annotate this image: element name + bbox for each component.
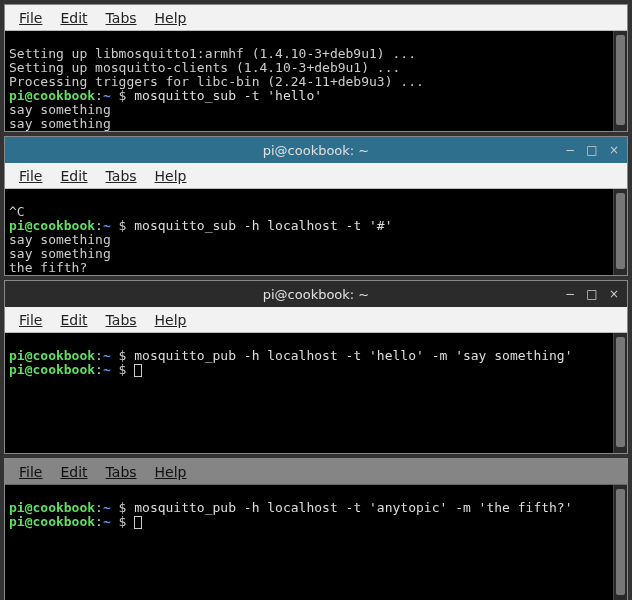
close-button[interactable]: × xyxy=(607,287,621,301)
menubar: File Edit Tabs Help xyxy=(5,5,627,31)
terminal-output[interactable]: Setting up libmosquitto1:armhf (1.4.10-3… xyxy=(5,31,613,131)
prompt-userhost: pi@cookbook xyxy=(9,218,95,233)
output-line: ^C xyxy=(9,204,25,219)
terminal-window-1: File Edit Tabs Help Setting up libmosqui… xyxy=(4,4,628,132)
terminal-output[interactable]: pi@cookbook:~ $ mosquitto_pub -h localho… xyxy=(5,333,613,453)
cursor xyxy=(134,364,142,377)
menu-file[interactable]: File xyxy=(11,8,50,28)
prompt-path: ~ xyxy=(103,218,111,233)
prompt-path: ~ xyxy=(103,500,111,515)
maximize-button[interactable]: □ xyxy=(585,287,599,301)
terminal-window-3: pi@cookbook: ~ − □ × File Edit Tabs Help… xyxy=(4,280,628,454)
output-line: say something xyxy=(9,102,111,117)
menu-tabs[interactable]: Tabs xyxy=(98,462,145,482)
menu-file[interactable]: File xyxy=(11,462,50,482)
maximize-button[interactable]: □ xyxy=(585,143,599,157)
output-line: say something xyxy=(9,246,111,261)
output-line: say something xyxy=(9,116,111,131)
window-title: pi@cookbook: ~ xyxy=(263,143,370,158)
prompt-path: ~ xyxy=(103,362,111,377)
output-line: the fifth? xyxy=(9,260,87,275)
scrollbar[interactable] xyxy=(613,485,627,600)
output-line: Setting up mosquitto-clients (1.4.10-3+d… xyxy=(9,60,400,75)
menu-tabs[interactable]: Tabs xyxy=(98,8,145,28)
window-title: pi@cookbook: ~ xyxy=(263,287,370,302)
scrollbar[interactable] xyxy=(613,189,627,275)
cursor xyxy=(134,516,142,529)
menu-edit[interactable]: Edit xyxy=(52,8,95,28)
menu-help[interactable]: Help xyxy=(147,462,195,482)
command: mosquitto_pub -h localhost -t 'anytopic'… xyxy=(134,500,572,515)
prompt-path: ~ xyxy=(103,514,111,529)
menubar: File Edit Tabs Help xyxy=(5,459,627,485)
menu-tabs[interactable]: Tabs xyxy=(98,310,145,330)
output-line: Processing triggers for libc-bin (2.24-1… xyxy=(9,74,424,89)
terminal-output[interactable]: ^C pi@cookbook:~ $ mosquitto_sub -h loca… xyxy=(5,189,613,275)
minimize-button[interactable]: − xyxy=(563,287,577,301)
prompt-userhost: pi@cookbook xyxy=(9,88,95,103)
terminal-output[interactable]: pi@cookbook:~ $ mosquitto_pub -h localho… xyxy=(5,485,613,600)
terminal-window-4: File Edit Tabs Help pi@cookbook:~ $ mosq… xyxy=(4,458,628,600)
menubar: File Edit Tabs Help xyxy=(5,163,627,189)
menu-help[interactable]: Help xyxy=(147,8,195,28)
terminal-window-2: pi@cookbook: ~ − □ × File Edit Tabs Help… xyxy=(4,136,628,276)
titlebar[interactable]: pi@cookbook: ~ − □ × xyxy=(5,137,627,163)
prompt-userhost: pi@cookbook xyxy=(9,500,95,515)
menu-help[interactable]: Help xyxy=(147,166,195,186)
command: mosquitto_pub -h localhost -t 'hello' -m… xyxy=(134,348,572,363)
menu-edit[interactable]: Edit xyxy=(52,462,95,482)
minimize-button[interactable]: − xyxy=(563,143,577,157)
menu-file[interactable]: File xyxy=(11,310,50,330)
menubar: File Edit Tabs Help xyxy=(5,307,627,333)
close-button[interactable]: × xyxy=(607,143,621,157)
menu-help[interactable]: Help xyxy=(147,310,195,330)
command: mosquitto_sub -t 'hello' xyxy=(134,88,322,103)
command: mosquitto_sub -h localhost -t '#' xyxy=(134,218,392,233)
menu-edit[interactable]: Edit xyxy=(52,166,95,186)
menu-edit[interactable]: Edit xyxy=(52,310,95,330)
prompt-path: ~ xyxy=(103,88,111,103)
prompt-userhost: pi@cookbook xyxy=(9,362,95,377)
output-line: Setting up libmosquitto1:armhf (1.4.10-3… xyxy=(9,46,416,61)
prompt-userhost: pi@cookbook xyxy=(9,514,95,529)
titlebar[interactable]: pi@cookbook: ~ − □ × xyxy=(5,281,627,307)
prompt-path: ~ xyxy=(103,348,111,363)
output-line: say something xyxy=(9,232,111,247)
scrollbar[interactable] xyxy=(613,333,627,453)
scrollbar[interactable] xyxy=(613,31,627,131)
menu-file[interactable]: File xyxy=(11,166,50,186)
menu-tabs[interactable]: Tabs xyxy=(98,166,145,186)
prompt-userhost: pi@cookbook xyxy=(9,348,95,363)
